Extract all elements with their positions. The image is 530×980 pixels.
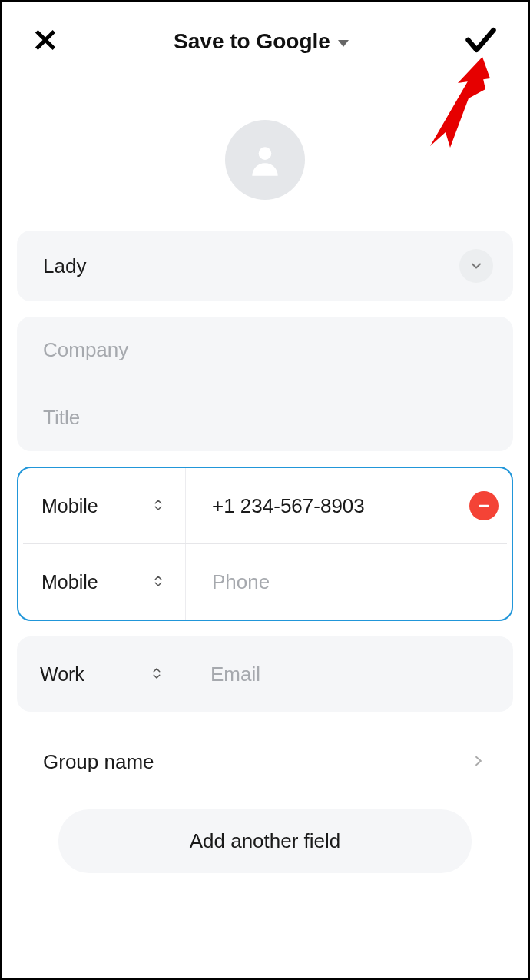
avatar-placeholder[interactable] [225,120,305,200]
email-type-selector[interactable]: Work [17,636,184,712]
svg-point-2 [259,147,272,160]
name-row[interactable]: Lady [17,231,513,301]
name-card: Lady [17,231,513,301]
confirm-check-icon[interactable] [464,23,498,60]
company-card [17,317,513,451]
up-down-icon [150,663,164,686]
up-down-icon [151,495,165,517]
page-title: Save to Google [174,29,330,54]
phone-value-cell [186,468,513,543]
phone-input-0[interactable] [212,494,462,518]
person-icon [246,141,284,179]
email-input-0[interactable] [210,663,502,686]
phone-type-label: Mobile [41,571,98,593]
phone-block: Mobile Mobile [17,467,513,621]
expand-name-button[interactable] [459,249,493,283]
phone-input-1[interactable] [212,570,501,594]
company-field[interactable] [17,317,513,384]
phone-row-0: Mobile [18,468,512,543]
phone-type-label: Mobile [41,495,98,517]
add-another-field-button[interactable]: Add another field [58,809,472,873]
email-row-0: Work [17,636,513,712]
header-bar: Save to Google [2,2,528,81]
save-destination-dropdown[interactable]: Save to Google [174,29,349,54]
phone-value-cell [186,544,512,620]
title-field[interactable] [17,384,513,451]
email-value-cell [184,636,513,712]
add-field-label: Add another field [190,829,341,852]
avatar-section [2,120,528,200]
email-type-label: Work [40,663,84,686]
phone-row-1: Mobile [18,544,512,620]
close-icon[interactable] [32,27,58,56]
name-value: Lady [43,254,86,278]
chevron-down-icon [469,258,484,274]
chevron-right-icon [472,754,485,771]
form-content: Lady Mobile [2,231,528,873]
minus-icon [477,499,491,513]
group-label: Group name [43,750,154,774]
caret-down-icon [338,40,349,47]
email-block: Work [17,636,513,712]
up-down-icon [151,571,165,593]
phone-type-selector[interactable]: Mobile [18,544,186,620]
remove-phone-button[interactable] [469,491,499,520]
group-name-row[interactable]: Group name [17,742,513,782]
phone-type-selector[interactable]: Mobile [18,468,186,543]
